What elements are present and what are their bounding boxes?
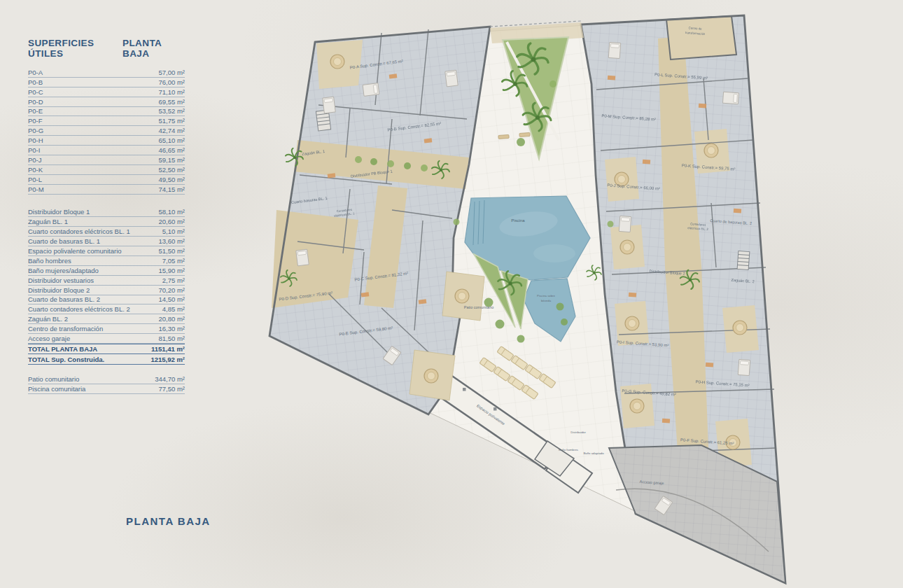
patio-label: Patio comunitario bbox=[464, 305, 494, 309]
row-value: 1215,92 m² bbox=[150, 356, 185, 363]
column bbox=[463, 388, 466, 391]
row-value: 57,00 m² bbox=[159, 69, 186, 76]
surface-row: P0-A57,00 m² bbox=[28, 68, 185, 78]
bush-icon bbox=[387, 160, 394, 167]
row-label: P0-A bbox=[28, 69, 43, 76]
centro-transformacion-room bbox=[666, 16, 736, 59]
row-label: Zaguán BL. 1 bbox=[28, 218, 68, 225]
row-label: P0-H bbox=[28, 136, 43, 144]
surface-row: P0-G42,74 m² bbox=[28, 126, 185, 136]
bush-icon bbox=[404, 162, 411, 169]
bush-icon bbox=[550, 80, 556, 88]
panel-subtitle: PLANTA BAJA bbox=[122, 38, 185, 59]
row-value: 16,30 m² bbox=[159, 325, 186, 332]
surface-row: Cuarto contadores eléctricos BL. 15,10 m… bbox=[28, 227, 185, 237]
row-label: Centro de transformación bbox=[28, 325, 103, 332]
row-value: 53,52 m² bbox=[159, 107, 186, 115]
surface-row: TOTAL Sup. Construida.1215,92 m² bbox=[28, 354, 185, 365]
surface-row: Cuarto de basuras BL. 214,50 m² bbox=[28, 295, 185, 305]
bench bbox=[519, 132, 530, 136]
terrace-table bbox=[733, 321, 747, 335]
surface-row: P0-D69,55 m² bbox=[28, 97, 185, 107]
row-value: 46,65 m² bbox=[159, 146, 186, 154]
surface-row: Piscina comunitaria77,50 m² bbox=[28, 384, 185, 395]
row-label: Espacio polivalente comunitario bbox=[28, 247, 122, 255]
row-value: 13,60 m² bbox=[159, 237, 186, 245]
bush-icon bbox=[561, 318, 568, 326]
row-label: P0-K bbox=[28, 166, 43, 174]
bed-icon bbox=[296, 249, 309, 266]
bed-icon bbox=[323, 97, 336, 113]
stairs-bloque-2 bbox=[737, 251, 750, 270]
terrace-table bbox=[424, 369, 438, 383]
row-value: 4,85 m² bbox=[162, 305, 185, 313]
pool-small-label-b: bóveda bbox=[541, 299, 552, 302]
row-label: Piscina comunitaria bbox=[28, 385, 85, 393]
row-label: Distribuidor Bloque 2 bbox=[28, 286, 90, 294]
page: P0-A Sup. Constr.= 67,65 m²P0-B Sup. Con… bbox=[0, 0, 903, 588]
surface-row: P0-E53,52 m² bbox=[28, 107, 185, 117]
row-label: TOTAL Sup. Construida. bbox=[28, 356, 104, 363]
terrace-table bbox=[625, 316, 639, 330]
row-value: 5,10 m² bbox=[162, 227, 185, 235]
bush-icon bbox=[556, 303, 564, 311]
row-label: P0-D bbox=[28, 98, 43, 106]
bush-icon bbox=[370, 158, 377, 165]
row-value: 77,50 m² bbox=[159, 385, 186, 393]
surface-row: P0-F51,75 m² bbox=[28, 116, 185, 126]
surface-row: Distribuidor Bloque 158,10 m² bbox=[28, 208, 185, 218]
surface-row: P0-I46,65 m² bbox=[28, 146, 185, 155]
row-value: 49,50 m² bbox=[159, 176, 186, 183]
row-label: P0-M bbox=[28, 186, 44, 193]
distribuidor-pb-label: Distribuidor bbox=[570, 430, 586, 434]
terrace-table bbox=[704, 144, 718, 158]
surface-row: Espacio polivalente comunitario51,50 m² bbox=[28, 246, 185, 256]
row-value: 15,90 m² bbox=[159, 267, 186, 274]
surface-row: Distribuidor Bloque 270,20 m² bbox=[28, 286, 185, 295]
row-label: Patio comunitario bbox=[28, 375, 79, 383]
row-label: Acceso garaje bbox=[28, 335, 70, 342]
row-value: 69,55 m² bbox=[159, 98, 186, 106]
bano-hombres-label: Baño hombres bbox=[559, 448, 578, 451]
bed-icon bbox=[738, 359, 750, 375]
surface-row: Patio comunitario344,70 m² bbox=[28, 374, 185, 384]
row-value: 14,50 m² bbox=[159, 295, 186, 303]
row-label: Baño mujeres/adaptado bbox=[28, 267, 99, 274]
totals-table: TOTAL PLANTA BAJA1151,41 m²TOTAL Sup. Co… bbox=[28, 344, 185, 365]
row-label: Distribuidor Bloque 1 bbox=[28, 208, 90, 216]
bench bbox=[498, 134, 509, 139]
row-value: 74,15 m² bbox=[159, 186, 186, 193]
row-label: P0-B bbox=[28, 78, 43, 86]
pool-small-label-a: Piscina sobre bbox=[537, 294, 555, 298]
bush-icon bbox=[517, 335, 525, 343]
surfaces-panel: SUPERFICIES ÚTILES PLANTA BAJA P0-A57,00… bbox=[28, 38, 185, 394]
row-value: 51,50 m² bbox=[159, 247, 186, 255]
surface-row: P0-H65,10 m² bbox=[28, 136, 185, 146]
outdoor-table: Patio comunitario344,70 m²Piscina comuni… bbox=[28, 374, 185, 394]
surface-row: P0-M74,15 m² bbox=[28, 185, 185, 195]
row-label: Cuarto de basuras BL. 1 bbox=[28, 237, 100, 245]
surface-row: Baño hombres7,05 m² bbox=[28, 256, 185, 266]
row-label: P0-C bbox=[28, 88, 43, 96]
row-label: Distribuidor vestuarios bbox=[28, 276, 94, 284]
units-table: P0-A57,00 m²P0-B76,00 m²P0-C71,10 m²P0-D… bbox=[28, 68, 185, 195]
terrace-table bbox=[330, 55, 344, 69]
bano-adaptado-label: Baño adaptado bbox=[583, 451, 604, 455]
surface-row: Distribuidor vestuarios2,75 m² bbox=[28, 276, 185, 286]
row-label: Baño hombres bbox=[28, 257, 71, 265]
row-label: P0-J bbox=[28, 156, 42, 164]
pool-label: Piscina bbox=[511, 218, 525, 223]
bush-icon bbox=[421, 164, 428, 172]
pool-highlight bbox=[533, 244, 575, 262]
surface-row: Baño mujeres/adaptado15,90 m² bbox=[28, 266, 185, 276]
terrace-table bbox=[620, 240, 634, 254]
column bbox=[493, 407, 497, 411]
panel-header: SUPERFICIES ÚTILES PLANTA BAJA bbox=[28, 38, 185, 59]
row-value: 65,10 m² bbox=[159, 136, 186, 144]
row-value: 71,10 m² bbox=[159, 88, 186, 96]
bush-icon bbox=[608, 221, 614, 227]
surface-row: Centro de transformación16,30 m² bbox=[28, 324, 185, 334]
bed-icon bbox=[363, 83, 379, 97]
row-value: 20,80 m² bbox=[159, 315, 186, 323]
row-label: P0-I bbox=[28, 146, 40, 154]
